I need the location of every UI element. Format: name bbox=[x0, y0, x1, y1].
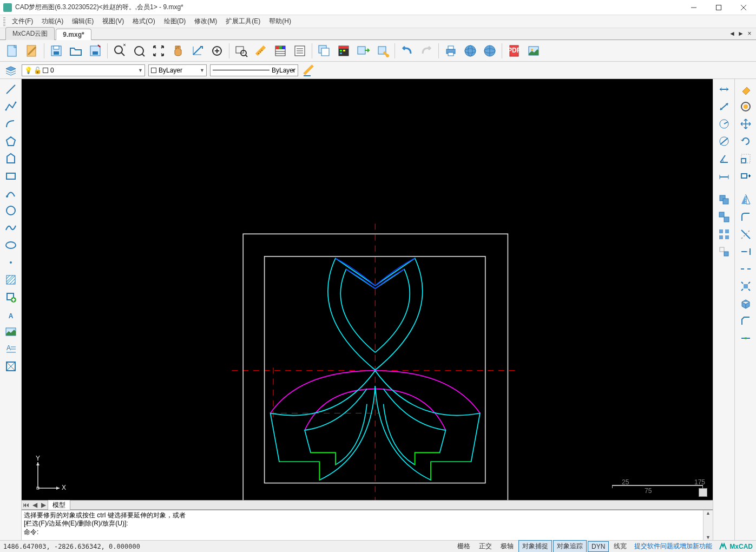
dim-diameter-button[interactable] bbox=[715, 133, 733, 149]
menu-edit[interactable]: 编辑(E) bbox=[68, 15, 98, 28]
trim-button[interactable] bbox=[737, 226, 754, 242]
menu-modify[interactable]: 修改(M) bbox=[190, 15, 221, 28]
stat-otrack[interactable]: 对象追踪 bbox=[553, 540, 587, 552]
find-button[interactable] bbox=[232, 42, 251, 60]
image-insert-button[interactable] bbox=[2, 324, 19, 340]
erase-button[interactable] bbox=[737, 81, 754, 97]
open-button[interactable] bbox=[67, 42, 85, 60]
save-button[interactable] bbox=[47, 42, 65, 60]
print-button[interactable] bbox=[442, 42, 460, 60]
web-button[interactable] bbox=[461, 42, 479, 60]
model-tab[interactable]: 模型 bbox=[48, 500, 70, 510]
tab-next-icon[interactable]: ► bbox=[737, 29, 745, 38]
polygon2-button[interactable] bbox=[2, 150, 19, 167]
scroll-up-icon[interactable]: ▲ bbox=[706, 510, 711, 516]
dim-angular-button[interactable] bbox=[715, 150, 733, 167]
make-block-button[interactable] bbox=[373, 42, 392, 60]
menu-function[interactable]: 功能(A) bbox=[37, 15, 68, 28]
maximize-button[interactable] bbox=[706, 0, 731, 15]
menu-view[interactable]: 视图(V) bbox=[98, 15, 128, 28]
web2-button[interactable] bbox=[481, 42, 499, 60]
tab-close-icon[interactable]: × bbox=[745, 29, 754, 38]
nav-cube[interactable] bbox=[699, 488, 707, 497]
layer-properties-button[interactable] bbox=[3, 63, 18, 78]
lineweight-button[interactable] bbox=[301, 63, 317, 78]
menu-help[interactable]: 帮助(H) bbox=[265, 15, 295, 28]
region-button[interactable] bbox=[2, 358, 19, 374]
line-button[interactable] bbox=[2, 81, 19, 97]
extend-button[interactable] bbox=[737, 244, 754, 260]
move2-button[interactable] bbox=[737, 116, 754, 132]
box-button[interactable] bbox=[737, 295, 754, 312]
fillet-button[interactable] bbox=[737, 209, 754, 225]
offset-button[interactable] bbox=[737, 98, 754, 115]
zoom-realtime-button[interactable] bbox=[130, 42, 148, 60]
tab-next2-icon[interactable]: ▶ bbox=[39, 501, 48, 509]
dim-aligned-button[interactable] bbox=[715, 98, 733, 115]
copy2-button[interactable] bbox=[715, 209, 733, 225]
color-select[interactable]: ByLayer ▼ bbox=[148, 64, 207, 76]
new-button[interactable] bbox=[3, 42, 22, 60]
spline-button[interactable] bbox=[2, 220, 19, 236]
stat-osnap[interactable]: 对象捕捉 bbox=[518, 540, 552, 552]
ellipse-button[interactable] bbox=[2, 237, 19, 253]
tab-prev-icon[interactable]: ◄ bbox=[728, 29, 737, 38]
arc-button[interactable] bbox=[2, 116, 19, 132]
dim-horizontal-button[interactable] bbox=[715, 168, 733, 184]
explode-button[interactable] bbox=[737, 278, 754, 294]
layer-states-button[interactable] bbox=[334, 42, 353, 60]
feedback-link[interactable]: 提交软件问题或增加新功能 bbox=[634, 542, 712, 551]
hatch-button[interactable] bbox=[2, 272, 19, 288]
save-as-button[interactable] bbox=[86, 42, 104, 60]
linetype-select[interactable]: ByLayer ▼ bbox=[210, 64, 298, 76]
stat-polar[interactable]: 极轴 bbox=[497, 540, 517, 552]
layer-select[interactable]: 💡 🔓 0 ▼ bbox=[22, 64, 145, 76]
zoom-extents-button[interactable] bbox=[149, 42, 168, 60]
pdf-button[interactable]: PDF bbox=[505, 42, 523, 60]
stat-lwt[interactable]: 线宽 bbox=[610, 540, 630, 552]
pan-button[interactable] bbox=[169, 42, 187, 60]
text-window-button[interactable] bbox=[291, 42, 309, 60]
zoom-previous-button[interactable] bbox=[208, 42, 226, 60]
insert-block-button[interactable] bbox=[354, 42, 372, 60]
mirror-button[interactable] bbox=[737, 192, 754, 208]
rectangle-button[interactable] bbox=[2, 168, 19, 184]
properties-button[interactable] bbox=[271, 42, 290, 60]
circle-button[interactable] bbox=[2, 202, 19, 219]
tab-prev2-icon[interactable]: ◀ bbox=[30, 501, 39, 509]
mtext-button[interactable]: A bbox=[2, 341, 19, 357]
image-button[interactable] bbox=[524, 42, 543, 60]
command-input[interactable] bbox=[38, 529, 701, 536]
menu-draw[interactable]: 绘图(D) bbox=[160, 15, 190, 28]
zoom-window-button[interactable] bbox=[110, 42, 129, 60]
menu-ext-tools[interactable]: 扩展工具(E) bbox=[221, 15, 265, 28]
minimize-button[interactable] bbox=[681, 0, 706, 15]
text-button[interactable]: A bbox=[2, 306, 19, 323]
redo-button[interactable] bbox=[417, 42, 436, 60]
stat-ortho[interactable]: 正交 bbox=[475, 540, 496, 552]
insert-button[interactable] bbox=[2, 289, 19, 305]
move-button[interactable] bbox=[715, 244, 733, 260]
close-button[interactable] bbox=[731, 0, 756, 15]
break-button[interactable] bbox=[737, 261, 754, 277]
dim-radius-button[interactable] bbox=[715, 116, 733, 132]
stat-grid[interactable]: 栅格 bbox=[453, 540, 474, 552]
chamfer-button[interactable] bbox=[737, 313, 754, 329]
stat-dyn[interactable]: DYN bbox=[588, 541, 609, 552]
scroll-down-icon[interactable]: ▼ bbox=[706, 535, 711, 540]
stretch-button[interactable] bbox=[737, 168, 754, 184]
polyline-button[interactable] bbox=[2, 98, 19, 115]
menu-format[interactable]: 格式(O) bbox=[128, 15, 159, 28]
tab-9-mxg[interactable]: 9.mxg* bbox=[56, 29, 91, 40]
measure-button[interactable] bbox=[252, 42, 270, 60]
undo-button[interactable] bbox=[398, 42, 416, 60]
rotate-button[interactable] bbox=[737, 133, 754, 149]
point-button[interactable] bbox=[2, 254, 19, 271]
join-button[interactable] bbox=[737, 330, 754, 346]
array-button[interactable] bbox=[715, 226, 733, 242]
drawing-canvas[interactable]: X Y 25 175 75 bbox=[22, 79, 713, 500]
dim-linear-button[interactable] bbox=[715, 81, 733, 97]
command-scrollbar[interactable]: ▲ ▼ bbox=[703, 510, 713, 540]
new-wizard-button[interactable] bbox=[23, 42, 41, 60]
scale-button[interactable] bbox=[737, 150, 754, 167]
